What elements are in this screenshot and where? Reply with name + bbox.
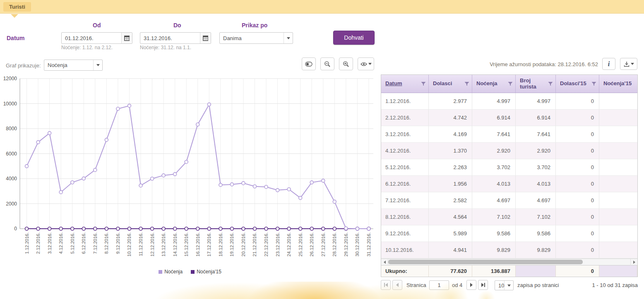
scroll-right-button[interactable] xyxy=(630,259,637,266)
cell-datum: 5.12.2016. xyxy=(381,159,429,175)
cell-dolasci: 2.977 xyxy=(429,93,472,109)
zoom-out-icon xyxy=(324,61,331,67)
svg-text:18.12.2016.: 18.12.2016. xyxy=(218,232,223,256)
scroll-left-button[interactable] xyxy=(381,259,388,266)
calendar-icon xyxy=(203,36,208,41)
column-header-nocenja15[interactable]: Noćenja'15 xyxy=(599,75,637,93)
table-row[interactable]: 6.12.2016. 1.956 4.013 4.013 0 xyxy=(381,176,637,192)
svg-text:17.12.2016.: 17.12.2016. xyxy=(207,232,211,256)
first-page-button[interactable] xyxy=(381,280,391,290)
info-button[interactable]: i xyxy=(602,58,615,70)
chevron-down-icon[interactable] xyxy=(93,60,102,70)
cell-dolasci15: 0 xyxy=(556,110,599,126)
legend-label: Noćenja'15 xyxy=(197,269,221,275)
cell-datum: 3.12.2016. xyxy=(381,126,429,142)
table-row[interactable]: 1.12.2016. 2.977 4.997 4.997 0 xyxy=(381,93,637,110)
column-label: Noćenja xyxy=(476,81,497,87)
scrollbar-thumb[interactable] xyxy=(388,260,583,264)
cell-datum: 4.12.2016. xyxy=(381,143,429,159)
legend-item[interactable]: Noćenja'15 xyxy=(191,269,221,275)
tab-turisti[interactable]: Turisti xyxy=(3,2,31,12)
svg-text:12000: 12000 xyxy=(3,76,17,81)
svg-text:6000: 6000 xyxy=(6,151,17,157)
column-header-nocenja[interactable]: Noćenja xyxy=(472,75,516,93)
chevron-down-icon xyxy=(631,63,634,65)
cell-dolasci15: 0 xyxy=(556,225,599,242)
last-page-button[interactable] xyxy=(478,280,488,290)
table-row[interactable]: 4.12.2016. 1.370 2.920 2.920 0 xyxy=(381,143,637,159)
column-label: Broj turista xyxy=(520,78,548,90)
chart-area: 1.12.2016.2.12.2016.3.12.2016.4.12.2016.… xyxy=(2,74,378,267)
cell-dolasci15: 0 xyxy=(556,192,599,208)
prikaz-po-select[interactable]: Danima xyxy=(219,32,293,44)
cell-datum: 9.12.2016. xyxy=(381,225,429,242)
column-header-dolasci15[interactable]: Dolasci'15 xyxy=(556,75,599,93)
svg-text:16.12.2016.: 16.12.2016. xyxy=(195,232,200,256)
filter-icon[interactable] xyxy=(548,81,553,86)
line-chart[interactable]: 1.12.2016.2.12.2016.3.12.2016.4.12.2016.… xyxy=(2,74,378,267)
column-header-broj-turista[interactable]: Broj turista xyxy=(516,75,556,93)
svg-text:5.12.2016.: 5.12.2016. xyxy=(70,232,75,254)
calendar-icon xyxy=(124,36,130,41)
table-row[interactable]: 9.12.2016. 5.989 9.586 9.586 0 xyxy=(381,225,637,242)
column-header-datum[interactable]: Datum xyxy=(381,75,429,93)
cell-broj-turista: 7.102 xyxy=(516,209,556,225)
info-icon: i xyxy=(608,60,610,68)
toggle-series-button[interactable] xyxy=(302,57,316,70)
cell-nocenja15 xyxy=(599,159,637,175)
table-row[interactable]: 8.12.2016. 4.564 7.102 7.102 0 xyxy=(381,209,637,225)
do-label: Do xyxy=(173,22,181,29)
table-row[interactable]: 10.12.2016. 4.941 9.829 9.829 0 xyxy=(381,242,637,258)
cell-broj-turista: 4.997 xyxy=(516,93,556,109)
next-page-button[interactable] xyxy=(466,280,476,290)
filter-icon[interactable] xyxy=(421,81,426,86)
calendar-button-to[interactable] xyxy=(200,33,211,43)
cell-nocenja15 xyxy=(599,209,637,225)
chevron-down-icon[interactable] xyxy=(284,33,293,43)
cell-dolasci: 4.742 xyxy=(429,110,472,126)
cell-broj-turista: 9.829 xyxy=(516,242,556,258)
filter-icon[interactable] xyxy=(508,81,513,86)
legend-item[interactable]: Noćenja xyxy=(159,269,183,275)
table-row[interactable]: 7.12.2016. 2.582 4.697 4.697 0 xyxy=(381,192,637,209)
chevron-down-icon[interactable] xyxy=(504,281,513,290)
svg-text:10000: 10000 xyxy=(3,101,17,107)
date-to-input[interactable] xyxy=(140,33,200,43)
cell-broj-turista: 2.920 xyxy=(516,143,556,159)
export-button[interactable] xyxy=(620,58,637,70)
graf-prikazuje-label: Graf prikazuje: xyxy=(6,62,41,69)
zoom-out-button[interactable] xyxy=(320,57,334,70)
cell-dolasci: 4.169 xyxy=(429,126,472,142)
svg-text:29.12.2016.: 29.12.2016. xyxy=(344,232,348,256)
svg-text:10.12.2016.: 10.12.2016. xyxy=(127,232,132,256)
horizontal-scrollbar[interactable] xyxy=(381,258,637,265)
zoom-in-button[interactable] xyxy=(339,57,353,70)
cell-datum: 8.12.2016. xyxy=(381,209,429,225)
table-row[interactable]: 5.12.2016. 2.263 3.702 3.702 0 xyxy=(381,159,637,176)
svg-text:9.12.2016.: 9.12.2016. xyxy=(115,232,120,254)
visibility-menu-button[interactable] xyxy=(358,57,374,70)
graf-prikazuje-value: Noćenja xyxy=(44,60,93,70)
totals-dolasci: 77.620 xyxy=(429,266,472,277)
previous-page-button[interactable] xyxy=(392,280,402,290)
totals-broj-turista xyxy=(516,266,556,277)
calendar-button-from[interactable] xyxy=(121,33,132,43)
cell-nocenja: 9.829 xyxy=(472,242,516,258)
legend-swatch xyxy=(159,270,162,274)
filter-icon[interactable] xyxy=(464,81,469,86)
cell-dolasci15: 0 xyxy=(556,126,599,142)
filter-icon[interactable] xyxy=(591,81,596,86)
dohvati-button[interactable]: Dohvati xyxy=(333,31,375,45)
table-row[interactable]: 2.12.2016. 4.742 6.914 6.914 0 xyxy=(381,110,637,126)
scrollbar-track[interactable] xyxy=(388,259,630,266)
toggle-icon xyxy=(305,62,312,67)
page-size-select[interactable]: 10 xyxy=(495,280,514,290)
svg-text:2.12.2016.: 2.12.2016. xyxy=(36,232,41,254)
legend-swatch xyxy=(191,270,195,274)
date-from-input[interactable] xyxy=(62,33,121,43)
cell-broj-turista: 9.586 xyxy=(516,225,556,242)
table-row[interactable]: 3.12.2016. 4.169 7.641 7.641 0 xyxy=(381,126,637,143)
column-header-dolasci[interactable]: Dolasci xyxy=(429,75,472,93)
graf-prikazuje-select[interactable]: Noćenja xyxy=(44,60,103,71)
page-number-input[interactable] xyxy=(429,280,449,290)
